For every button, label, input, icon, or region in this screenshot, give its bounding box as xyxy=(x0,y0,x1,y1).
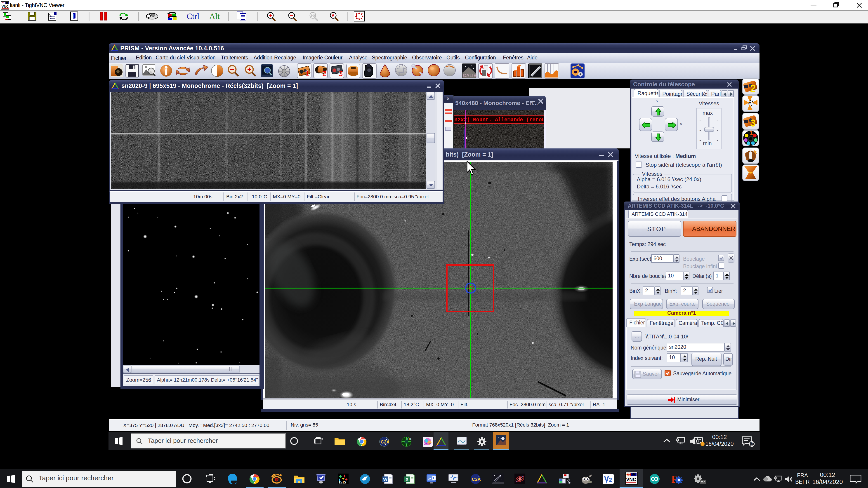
svg-text:Alt: Alt xyxy=(209,12,220,21)
svg-text:2: 2 xyxy=(322,69,327,78)
svg-text:1: 1 xyxy=(749,129,753,136)
svg-text:C2A: C2A xyxy=(381,440,389,445)
svg-text:100: 100 xyxy=(311,14,316,18)
svg-text:ISIS: ISIS xyxy=(339,480,346,484)
svg-text:W: W xyxy=(383,477,388,482)
svg-text:X: X xyxy=(405,477,409,482)
svg-text:VNC: VNC xyxy=(626,477,636,482)
svg-text:FH3: FH3 xyxy=(407,437,411,441)
svg-text:3: 3 xyxy=(339,69,343,78)
svg-text:3: 3 xyxy=(750,118,756,129)
svg-text:2: 2 xyxy=(751,442,753,447)
svg-text:i: i xyxy=(73,13,74,19)
svg-text:C2A: C2A xyxy=(472,477,481,482)
svg-text:**: ** xyxy=(2,2,4,4)
svg-text:2: 2 xyxy=(609,477,612,483)
svg-text:A: A xyxy=(332,13,335,18)
svg-text:CALIB: CALIB xyxy=(463,73,477,78)
svg-text:1: 1 xyxy=(305,69,309,77)
svg-text:VNC: VNC xyxy=(2,4,9,8)
svg-text:2: 2 xyxy=(750,83,756,94)
svg-text:Ctrl: Ctrl xyxy=(187,12,199,21)
